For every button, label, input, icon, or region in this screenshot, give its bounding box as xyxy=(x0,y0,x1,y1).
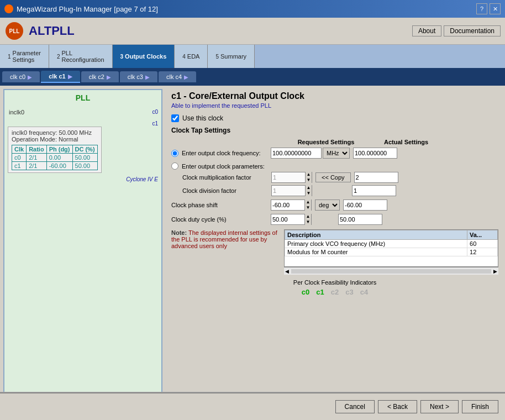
feasibility-section: Per Clock Feasibility Indicators c0 c1 c… xyxy=(171,279,498,296)
info-table: Description Va... Primary clock VCO freq… xyxy=(284,229,498,267)
actual-duty-display xyxy=(338,214,382,225)
c0-output-label: c0 xyxy=(152,109,158,115)
fclk-c3: c3 xyxy=(345,288,353,296)
svg-text:PLL: PLL xyxy=(9,28,20,34)
copy-button[interactable]: << Copy xyxy=(315,172,351,182)
div-up-btn[interactable]: ▲ xyxy=(305,185,312,191)
div-label: Clock division factor xyxy=(182,187,268,194)
actual-phase-display xyxy=(343,200,387,211)
mult-up-btn[interactable]: ▲ xyxy=(305,172,312,177)
actual-header: Actual Settings xyxy=(381,139,431,145)
table-row: Modulus for M counter 12 xyxy=(285,248,498,256)
table-row: Primary clock VCO frequency (MHz) 60 xyxy=(285,240,498,248)
mode-text: Operation Mode: Normal xyxy=(12,136,98,143)
radio2-label: Enter output clock parameters: xyxy=(182,163,265,170)
mult-input xyxy=(272,172,305,182)
phase-up-btn[interactable]: ▲ xyxy=(304,200,311,205)
bottom-bar: Cancel < Back Next > Finish xyxy=(0,392,505,420)
phase-down-btn[interactable]: ▼ xyxy=(304,205,311,211)
fclk-c1: c1 xyxy=(316,288,324,296)
radio1-label: Enter output clock frequency: xyxy=(182,150,267,156)
table-row: c0 2/1 0.00 50.00 xyxy=(12,154,98,162)
clock-tap-label: Clock Tap Settings xyxy=(171,127,498,134)
pll-diagram-panel: PLL inclk0 inclk0 frequency: 50.000 MHz … xyxy=(0,86,166,419)
tab-summary[interactable]: 5 Summary xyxy=(208,45,255,68)
use-clock-row: Use this clock xyxy=(171,114,498,122)
tab-eda[interactable]: 4 EDA xyxy=(175,45,208,68)
finish-button[interactable]: Finish xyxy=(462,400,498,413)
freq-text: inclk0 frequency: 50.000 MHz xyxy=(12,129,98,136)
table-scrollbar[interactable]: ◀ ▶ xyxy=(284,267,498,275)
duty-up-btn[interactable]: ▲ xyxy=(304,214,311,219)
help-button[interactable]: ? xyxy=(476,3,487,14)
feasibility-title: Per Clock Feasibility Indicators xyxy=(171,279,498,286)
requested-header: Requested Settings xyxy=(282,139,370,145)
tabs-row2: clk c0 ▶ clk c1 ▶ clk c2 ▶ clk c3 ▶ clk … xyxy=(0,68,505,86)
title-bar: MegaWizard Plug-In Manager [page 7 of 12… xyxy=(0,0,505,18)
radio-freq[interactable] xyxy=(171,150,178,157)
phase-label: Clock phase shift xyxy=(171,202,267,208)
freq-input-group: MHz KHz xyxy=(271,148,350,159)
fclk-c4: c4 xyxy=(360,288,368,296)
mult-label: Clock multiplication factor xyxy=(182,174,268,181)
feasibility-clocks: c0 c1 c2 c3 c4 xyxy=(171,288,498,296)
section-title: c1 - Core/External Output Clock xyxy=(171,91,498,101)
duty-input[interactable] xyxy=(271,214,304,224)
fclk-c0: c0 xyxy=(302,288,309,296)
pll-title: PLL xyxy=(8,93,158,102)
use-clock-label: Use this clock xyxy=(182,114,223,122)
next-button[interactable]: Next > xyxy=(420,400,459,413)
duty-label: Clock duty cycle (%) xyxy=(171,216,267,223)
duty-down-btn[interactable]: ▼ xyxy=(304,219,311,225)
app-icon xyxy=(4,4,13,13)
use-clock-checkbox[interactable] xyxy=(171,114,179,122)
tab-clk-c3[interactable]: clk c3 ▶ xyxy=(120,71,157,82)
table-header-desc: Description xyxy=(285,230,467,240)
table-header-val: Va... xyxy=(467,230,498,240)
info-section: Note: The displayed internal settings of… xyxy=(171,229,498,275)
tab-pll-reconfiguration[interactable]: 2 PLLReconfiguration xyxy=(49,45,113,68)
fclk-c2: c2 xyxy=(331,288,339,296)
device-label: Cyclone IV E xyxy=(8,176,158,182)
actual-div-display xyxy=(352,185,396,196)
phase-unit-select[interactable]: deg ps xyxy=(315,200,340,211)
freq-input[interactable] xyxy=(271,148,321,158)
radio-params[interactable] xyxy=(171,162,178,170)
logo-text: ALTPLL xyxy=(29,24,75,38)
tab-clk-c4[interactable]: clk c4 ▶ xyxy=(159,71,196,82)
pll-table-col-clk: Clk xyxy=(12,145,27,154)
settings-panel: c1 - Core/External Output Clock Able to … xyxy=(166,86,505,419)
note-label: Note: xyxy=(171,229,187,236)
actual-freq-display xyxy=(353,148,397,159)
section-subtitle: Able to implement the requested PLL xyxy=(171,102,498,109)
header: PLL ALTPLL About Documentation xyxy=(0,18,505,45)
tab-clk-c1[interactable]: clk c1 ▶ xyxy=(41,71,80,83)
about-button[interactable]: About xyxy=(412,25,441,36)
c1-output-label: c1 xyxy=(152,120,158,127)
documentation-button[interactable]: Documentation xyxy=(444,25,501,36)
pll-table-col-dc: DC (%) xyxy=(72,145,97,154)
window-title: MegaWizard Plug-In Manager [page 7 of 12… xyxy=(17,5,158,13)
tabs-row1: 1 ParameterSettings 2 PLLReconfiguration… xyxy=(0,45,505,68)
div-down-btn[interactable]: ▼ xyxy=(305,191,312,196)
pll-table-col-ratio: Ratio xyxy=(27,145,47,154)
table-row: c1 2/1 -60.00 50.00 xyxy=(12,162,98,170)
pll-table-col-ph: Ph (dg) xyxy=(46,145,72,154)
actual-mult-display xyxy=(354,172,398,183)
freq-unit-select[interactable]: MHz KHz xyxy=(323,148,350,159)
note-text: The displayed internal settings of the P… xyxy=(171,229,277,249)
tab-output-clocks[interactable]: 3 Output Clocks xyxy=(113,45,175,68)
div-input xyxy=(272,186,305,196)
content-area: PLL inclk0 inclk0 frequency: 50.000 MHz … xyxy=(0,86,505,419)
back-button[interactable]: < Back xyxy=(378,400,417,413)
close-button[interactable]: ✕ xyxy=(490,3,501,14)
inclk0-label: inclk0 xyxy=(9,109,24,116)
tab-clk-c2[interactable]: clk c2 ▶ xyxy=(81,71,119,82)
cancel-button[interactable]: Cancel xyxy=(335,400,375,413)
tab-clk-c0[interactable]: clk c0 ▶ xyxy=(2,71,40,82)
altpll-logo-icon: PLL xyxy=(4,21,24,41)
mult-down-btn[interactable]: ▼ xyxy=(305,177,312,183)
tab-parameter-settings[interactable]: 1 ParameterSettings xyxy=(0,45,49,68)
phase-input[interactable] xyxy=(271,200,304,210)
